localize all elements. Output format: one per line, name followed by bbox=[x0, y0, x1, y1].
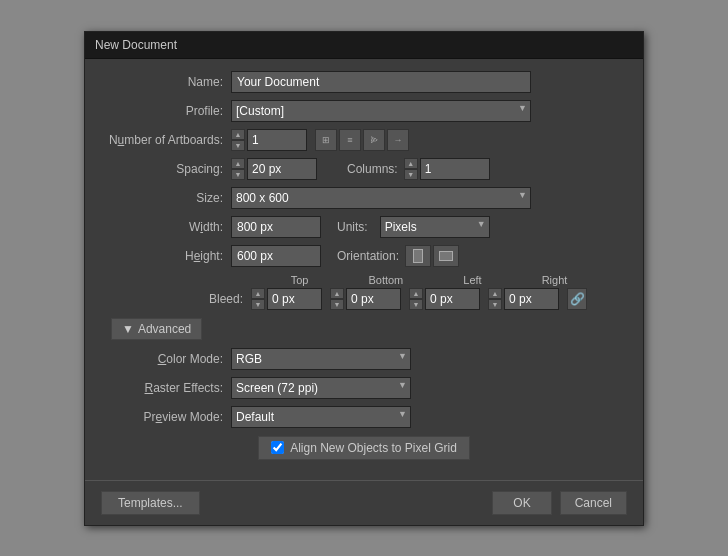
preview-mode-row: Preview Mode: Default bbox=[101, 406, 627, 428]
bleed-left-down[interactable]: ▼ bbox=[409, 299, 423, 310]
artboard-col-icon[interactable]: ⫸ bbox=[363, 129, 385, 151]
bleed-right-arrows: ▲ ▼ bbox=[488, 288, 502, 310]
bleed-bottom-down[interactable]: ▼ bbox=[330, 299, 344, 310]
bleed-top-field: ▲ ▼ bbox=[251, 288, 322, 310]
bleed-left-header: Left bbox=[463, 274, 481, 286]
templates-button[interactable]: Templates... bbox=[101, 491, 200, 515]
raster-effects-row: Raster Effects: Screen (72 ppi) bbox=[101, 377, 627, 399]
raster-effects-label: Raster Effects: bbox=[101, 381, 231, 395]
raster-effects-select[interactable]: Screen (72 ppi) bbox=[231, 377, 411, 399]
size-row: Size: 800 x 600 bbox=[101, 187, 627, 209]
color-mode-label: Color Mode: bbox=[101, 352, 231, 366]
artboard-arrange-icon[interactable]: → bbox=[387, 129, 409, 151]
columns-spinner: ▲ ▼ bbox=[404, 158, 490, 180]
profile-row: Profile: [Custom] bbox=[101, 100, 627, 122]
ok-button[interactable]: OK bbox=[492, 491, 551, 515]
bleed-right-down[interactable]: ▼ bbox=[488, 299, 502, 310]
bleed-bottom-input[interactable] bbox=[346, 288, 401, 310]
color-mode-select-wrapper: RGB bbox=[231, 348, 411, 370]
color-mode-select[interactable]: RGB bbox=[231, 348, 411, 370]
preview-mode-label: Preview Mode: bbox=[101, 410, 231, 424]
landscape-btn[interactable] bbox=[433, 245, 459, 267]
units-group: Units: Pixels bbox=[321, 216, 490, 238]
artboards-down[interactable]: ▼ bbox=[231, 140, 245, 151]
bleed-top-input[interactable] bbox=[267, 288, 322, 310]
spacing-spinner: ▲ ▼ bbox=[231, 158, 317, 180]
dialog-footer: Templates... OK Cancel bbox=[85, 480, 643, 525]
artboard-row-icon[interactable]: ≡ bbox=[339, 129, 361, 151]
height-label: Height: bbox=[101, 249, 231, 263]
width-units-row: Width: Units: Pixels bbox=[101, 216, 627, 238]
bleed-left-arrows: ▲ ▼ bbox=[409, 288, 423, 310]
advanced-arrow-icon: ▼ bbox=[122, 322, 134, 336]
artboard-grid-icon[interactable]: ⊞ bbox=[315, 129, 337, 151]
profile-select-wrapper: [Custom] bbox=[231, 100, 531, 122]
bleed-bottom-arrows: ▲ ▼ bbox=[330, 288, 344, 310]
bleed-bottom-field: ▲ ▼ bbox=[330, 288, 401, 310]
preview-mode-select-wrapper: Default bbox=[231, 406, 411, 428]
profile-label: Profile: bbox=[101, 104, 231, 118]
preview-mode-select[interactable]: Default bbox=[231, 406, 411, 428]
artboards-label: Number of Artboards: bbox=[101, 133, 231, 147]
spacing-arrows: ▲ ▼ bbox=[231, 158, 245, 180]
artboards-arrows: ▲ ▼ bbox=[231, 129, 245, 151]
dialog-title-bar: New Document bbox=[85, 32, 643, 59]
artboards-row: Number of Artboards: ▲ ▼ ⊞ ≡ ⫸ → bbox=[101, 129, 627, 151]
spacing-up[interactable]: ▲ bbox=[231, 158, 245, 169]
columns-label: Columns: bbox=[347, 162, 398, 176]
bleed-inputs: Bleed: ▲ ▼ ▲ ▼ ▲ bbox=[191, 288, 627, 310]
units-select-wrapper: Pixels bbox=[380, 216, 490, 238]
bleed-top-up[interactable]: ▲ bbox=[251, 288, 265, 299]
bleed-section: Top Bottom Left Right Bleed: ▲ ▼ ▲ bbox=[101, 274, 627, 310]
artboards-spinner: ▲ ▼ bbox=[231, 129, 307, 151]
orientation-label: Orientation: bbox=[337, 249, 399, 263]
landscape-icon bbox=[439, 251, 453, 261]
spacing-row: Spacing: ▲ ▼ Columns: ▲ ▼ bbox=[101, 158, 627, 180]
size-select[interactable]: 800 x 600 bbox=[231, 187, 531, 209]
bleed-bottom-header: Bottom bbox=[368, 274, 403, 286]
profile-select[interactable]: [Custom] bbox=[231, 100, 531, 122]
cancel-button[interactable]: Cancel bbox=[560, 491, 627, 515]
portrait-icon bbox=[413, 249, 423, 263]
artboards-up[interactable]: ▲ bbox=[231, 129, 245, 140]
bleed-top-down[interactable]: ▼ bbox=[251, 299, 265, 310]
spacing-input[interactable] bbox=[247, 158, 317, 180]
bleed-right-input[interactable] bbox=[504, 288, 559, 310]
bleed-left-up[interactable]: ▲ bbox=[409, 288, 423, 299]
width-label: Width: bbox=[101, 220, 231, 234]
dialog-title: New Document bbox=[95, 38, 177, 52]
advanced-button[interactable]: ▼ Advanced bbox=[111, 318, 202, 340]
bleed-right-field: ▲ ▼ bbox=[488, 288, 559, 310]
columns-down[interactable]: ▼ bbox=[404, 169, 418, 180]
align-pixel-label[interactable]: Align New Objects to Pixel Grid bbox=[258, 436, 470, 460]
align-pixel-row: Align New Objects to Pixel Grid bbox=[101, 436, 627, 460]
units-select[interactable]: Pixels bbox=[380, 216, 490, 238]
columns-arrows: ▲ ▼ bbox=[404, 158, 418, 180]
name-label: Name: bbox=[101, 75, 231, 89]
raster-effects-select-wrapper: Screen (72 ppi) bbox=[231, 377, 411, 399]
units-label: Units: bbox=[337, 220, 368, 234]
height-input[interactable] bbox=[231, 245, 321, 267]
artboards-input[interactable] bbox=[247, 129, 307, 151]
columns-up[interactable]: ▲ bbox=[404, 158, 418, 169]
name-input[interactable] bbox=[231, 71, 531, 93]
height-orientation-row: Height: Orientation: bbox=[101, 245, 627, 267]
bleed-top-arrows: ▲ ▼ bbox=[251, 288, 265, 310]
spacing-down[interactable]: ▼ bbox=[231, 169, 245, 180]
align-pixel-checkbox[interactable] bbox=[271, 441, 284, 454]
size-select-wrapper: 800 x 600 bbox=[231, 187, 531, 209]
bleed-link-icon[interactable]: 🔗 bbox=[567, 288, 587, 310]
spacing-label: Spacing: bbox=[101, 162, 231, 176]
artboards-controls: ▲ ▼ ⊞ ≡ ⫸ → bbox=[231, 129, 409, 151]
columns-group: Columns: ▲ ▼ bbox=[347, 158, 490, 180]
columns-input[interactable] bbox=[420, 158, 490, 180]
bleed-left-input[interactable] bbox=[425, 288, 480, 310]
bleed-right-up[interactable]: ▲ bbox=[488, 288, 502, 299]
bleed-header: Top Bottom Left Right bbox=[231, 274, 627, 286]
orientation-group: Orientation: bbox=[337, 245, 459, 267]
color-mode-row: Color Mode: RGB bbox=[101, 348, 627, 370]
width-input[interactable] bbox=[231, 216, 321, 238]
footer-right-buttons: OK Cancel bbox=[492, 491, 627, 515]
portrait-btn[interactable] bbox=[405, 245, 431, 267]
bleed-bottom-up[interactable]: ▲ bbox=[330, 288, 344, 299]
